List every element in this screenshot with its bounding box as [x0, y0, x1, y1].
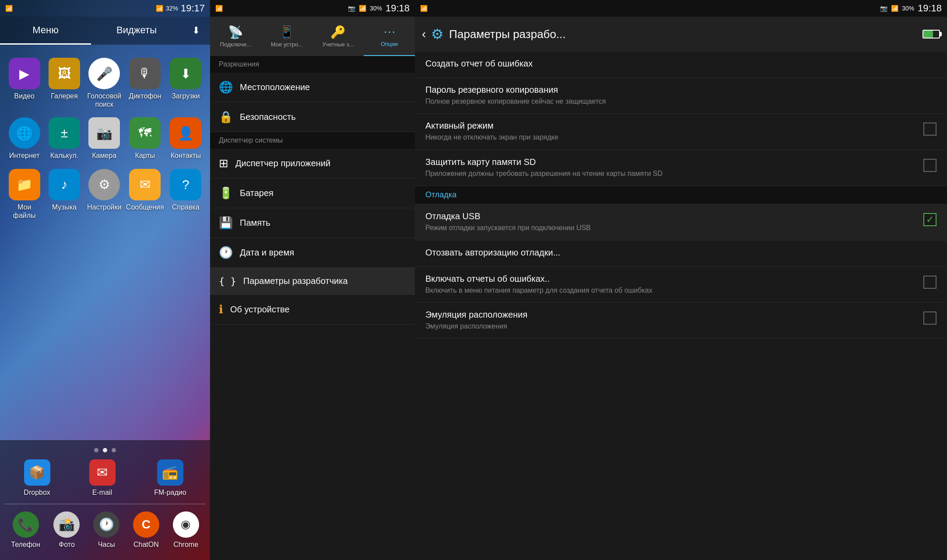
- dev-item-revoke-debug[interactable]: Отозвать авторизацию отладки...: [415, 241, 947, 267]
- dock-icon-chaton: C: [133, 511, 159, 538]
- about-label: Об устройстве: [230, 304, 290, 315]
- settings-tab-device[interactable]: 📱 Мое устро...: [261, 17, 312, 56]
- app-dropbox[interactable]: 📦 Dropbox: [21, 457, 53, 499]
- app-gallery[interactable]: 🖼 Галерея: [44, 53, 84, 113]
- app-icon-contacts: 👤: [170, 117, 201, 149]
- tab-download[interactable]: ⬇: [182, 17, 210, 45]
- app-icon-settings: ⚙: [88, 169, 120, 200]
- settings-item-appmanager[interactable]: ⊞ Диспетчер приложений: [210, 149, 415, 178]
- dev-item-left-mock-location: Эмуляция расположения Эмуляция расположе…: [425, 310, 918, 331]
- app-grid: ▶ Видео 🖼 Галерея 🎤 Голосовой поиск 🎙 Ди…: [0, 45, 210, 228]
- appmanager-icon: ⊞: [219, 157, 228, 170]
- wifi-icon: 📶: [5, 5, 13, 12]
- datetime-icon: 🕐: [219, 246, 233, 259]
- app-settings[interactable]: ⚙ Настройки: [84, 164, 124, 224]
- settings-photo-icon: 📷: [348, 5, 355, 12]
- settings-item-about[interactable]: ℹ Об устройстве: [210, 295, 415, 325]
- settings-tab-options[interactable]: ⋯ Опции: [364, 17, 415, 56]
- app-icon-maps: 🗺: [129, 117, 161, 149]
- app-video[interactable]: ▶ Видео: [4, 53, 44, 113]
- app-internet[interactable]: 🌐 Интернет: [4, 113, 44, 164]
- app-icon-dictaphone: 🎙: [129, 58, 161, 89]
- storage-label: Память: [240, 218, 270, 228]
- app-label-camera: Камера: [92, 151, 116, 160]
- dev-item-mock-location[interactable]: Эмуляция расположения Эмуляция расположе…: [415, 303, 947, 339]
- settings-item-security[interactable]: 🔒 Безопасность: [210, 102, 415, 132]
- dot-1: [94, 448, 98, 452]
- dev-item-bug-reports[interactable]: Включать отчеты об ошибках.. Включить в …: [415, 267, 947, 303]
- checkbox-protect-sd[interactable]: [923, 159, 936, 172]
- app-icon-myfiles: 📁: [9, 169, 40, 200]
- dev-item-title-backup-password: Пароль резервного копирования: [425, 85, 936, 95]
- app-downloads[interactable]: ⬇ Загрузки: [166, 53, 206, 113]
- accounts-icon: 🔑: [330, 25, 346, 39]
- back-button[interactable]: ‹: [422, 27, 426, 41]
- app-label-messages: Сообщения: [126, 203, 164, 211]
- settings-item-battery[interactable]: 🔋 Батарея: [210, 178, 415, 208]
- dev-header-title: Параметры разрабо...: [449, 28, 917, 41]
- settings-item-location[interactable]: 🌐 Местоположение: [210, 73, 415, 102]
- app-help[interactable]: ? Справка: [166, 164, 206, 224]
- connections-label: Подключе...: [220, 41, 252, 48]
- dev-item-sub-protect-sd: Приложения должны требовать разрешения н…: [425, 169, 918, 178]
- dock-chrome[interactable]: ◉ Chrome: [170, 509, 202, 551]
- app-label-gallery: Галерея: [51, 92, 77, 100]
- dev-item-bug-report[interactable]: Создать отчет об ошибках: [415, 52, 947, 78]
- security-label: Безопасность: [240, 112, 296, 122]
- settings-item-datetime[interactable]: 🕐 Дата и время: [210, 238, 415, 268]
- app-email[interactable]: ✉ E-mail: [87, 457, 118, 499]
- settings-tab-connections[interactable]: 📡 Подключе...: [210, 17, 261, 56]
- tab-menu[interactable]: Меню: [0, 17, 91, 45]
- app-label-calc: Калькул.: [50, 151, 79, 160]
- dev-item-stay-awake[interactable]: Активный режим Никогда не отключать экра…: [415, 114, 947, 150]
- app-myfiles[interactable]: 📁 Мои файлы: [4, 164, 44, 224]
- app-label-music: Музыка: [52, 203, 77, 211]
- settings-item-developer[interactable]: { } Параметры разработчика: [210, 268, 415, 295]
- dev-item-sub-stay-awake: Никогда не отключать экран при зарядке: [425, 133, 918, 142]
- dev-section-label-debug: Отладка: [425, 190, 456, 200]
- app-maps[interactable]: 🗺 Карты: [124, 113, 166, 164]
- dev-status-right: 📷 📶 30% 19:18: [880, 3, 942, 14]
- settings-tab-accounts[interactable]: 🔑 Учетные з...: [312, 17, 364, 56]
- checkbox-bug-reports[interactable]: [923, 276, 936, 289]
- settings-item-storage[interactable]: 💾 Память: [210, 208, 415, 238]
- signal-icon: 📶: [156, 5, 163, 12]
- app-label-downloads: Загрузки: [172, 92, 200, 100]
- dock-clock[interactable]: 🕐 Часы: [91, 509, 122, 551]
- checkbox-stay-awake[interactable]: [923, 122, 936, 136]
- app-messages[interactable]: ✉ Сообщения: [124, 164, 166, 224]
- checkbox-usb-debug[interactable]: ✓: [923, 213, 936, 226]
- dev-item-protect-sd[interactable]: Защитить карту памяти SD Приложения долж…: [415, 150, 947, 186]
- dev-item-left-bug-reports: Включать отчеты об ошибках.. Включить в …: [425, 274, 918, 295]
- app-icon-fmradio: 📻: [157, 459, 183, 486]
- app-music[interactable]: ♪ Музыка: [44, 164, 84, 224]
- dev-status-left: 📶: [420, 4, 428, 12]
- app-label-contacts: Контакты: [171, 151, 201, 160]
- app-calc[interactable]: ± Калькул.: [44, 113, 84, 164]
- system-manager-header: Диспетчер системы: [210, 132, 415, 149]
- connections-icon: 📡: [228, 25, 243, 39]
- dev-item-usb-debug[interactable]: Отладка USB Режим отладки запускается пр…: [415, 204, 947, 240]
- dock-extra-row: 📦 Dropbox ✉ E-mail 📻 FM-радио: [0, 457, 210, 499]
- dev-item-title-protect-sd: Защитить карту памяти SD: [425, 157, 918, 167]
- app-contacts[interactable]: 👤 Контакты: [166, 113, 206, 164]
- app-icon-calc: ±: [49, 117, 80, 149]
- options-icon: ⋯: [383, 24, 396, 39]
- datetime-label: Дата и время: [240, 248, 294, 258]
- dock-phone[interactable]: 📞 Телефон: [8, 509, 42, 551]
- home-status-bar: 📶 📶 32% 19:17: [0, 0, 210, 17]
- app-fmradio[interactable]: 📻 FM-радио: [151, 457, 189, 499]
- dev-options-list: Создать отчет об ошибках Пароль резервно…: [415, 52, 947, 560]
- app-camera[interactable]: 📷 Камера: [84, 113, 124, 164]
- dock-photo[interactable]: 📸 Фото: [51, 509, 82, 551]
- dock-icon-chrome: ◉: [173, 511, 199, 538]
- app-dictaphone[interactable]: 🎙 Диктофон: [124, 53, 166, 113]
- dev-wifi-icon: 📶: [420, 5, 428, 12]
- tab-widgets[interactable]: Виджеты: [91, 17, 182, 45]
- status-bar-left: 📶: [5, 5, 13, 12]
- checkbox-mock-location[interactable]: [923, 312, 936, 325]
- dev-item-backup-password[interactable]: Пароль резервного копирования Полное рез…: [415, 78, 947, 114]
- dev-time: 19:18: [918, 3, 942, 14]
- dock-chaton[interactable]: C ChatON: [130, 509, 162, 551]
- app-voice-search[interactable]: 🎤 Голосовой поиск: [84, 53, 124, 113]
